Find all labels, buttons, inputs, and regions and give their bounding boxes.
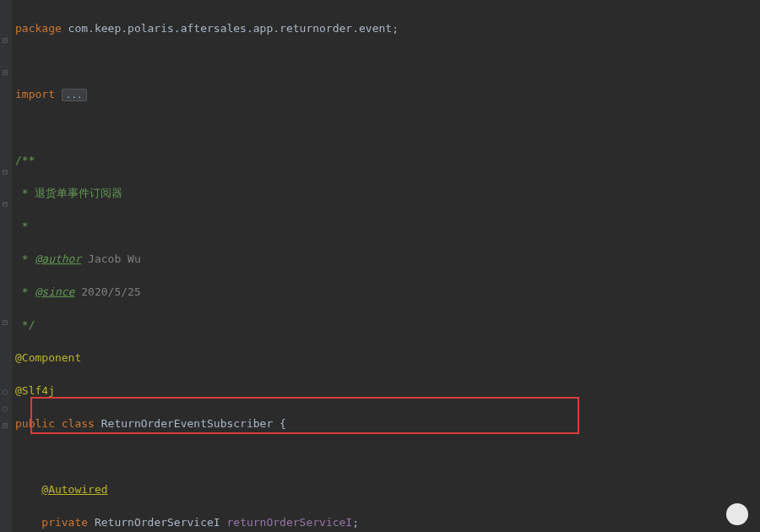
- gutter-marker-icon[interactable]: ○: [3, 388, 9, 395]
- fold-icon[interactable]: ⊟: [3, 319, 9, 326]
- class-name: ReturnOrderEventSubscriber: [95, 417, 280, 430]
- fold-icon[interactable]: ⊟: [3, 69, 9, 76]
- float-widget[interactable]: [726, 503, 748, 525]
- javadoc-close: */: [15, 318, 35, 331]
- javadoc-author: Jacob Wu: [81, 252, 140, 265]
- annotation-slf4j: @Slf4j: [15, 384, 55, 397]
- brace: {: [280, 417, 286, 430]
- fold-placeholder[interactable]: ...: [62, 89, 87, 101]
- keyword-import: import: [15, 88, 55, 100]
- javadoc-author-tag: @author: [35, 252, 81, 265]
- javadoc-line: * 退货单事件订阅器: [15, 187, 122, 199]
- gutter-marker-icon[interactable]: ○: [3, 405, 9, 412]
- package-name: com.keep.polaris.aftersales.app.returnor…: [62, 22, 399, 35]
- field-type: ReturnOrderServiceI: [88, 516, 220, 529]
- fold-icon[interactable]: ⊟: [3, 201, 9, 208]
- keyword-private: private: [41, 516, 88, 529]
- semicolon: ;: [352, 516, 359, 529]
- annotation-autowired: @Autowired: [41, 483, 107, 496]
- fold-icon[interactable]: ⊟: [3, 37, 9, 44]
- annotation-component: @Component: [15, 351, 81, 364]
- code-editor[interactable]: package com.keep.polaris.aftersales.app.…: [15, 3, 611, 532]
- javadoc-open: /**: [15, 154, 35, 166]
- javadoc-since-tag: @since: [35, 285, 74, 298]
- javadoc-line: *: [15, 220, 29, 232]
- keyword-package: package: [15, 22, 62, 35]
- fold-icon[interactable]: ⊟: [3, 169, 9, 176]
- field-name: returnOrderServiceI: [220, 516, 353, 529]
- class-modifiers: public class: [15, 417, 95, 430]
- javadoc-since: 2020/5/25: [74, 285, 140, 298]
- fold-icon[interactable]: ⊟: [3, 422, 9, 429]
- gutter: ⊟ ⊟ ⊟ ⊟ ⊟ ○ ○ ⊟: [0, 0, 12, 532]
